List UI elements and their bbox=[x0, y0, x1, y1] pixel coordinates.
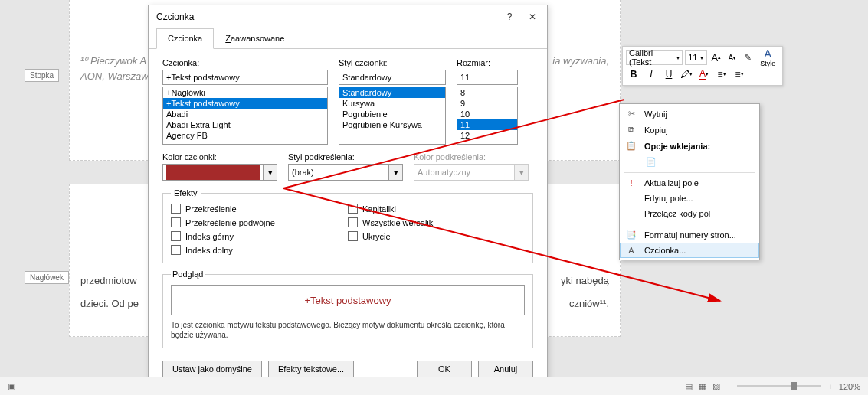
chk-przekreslenie[interactable]: Przekreślenie bbox=[171, 204, 348, 214]
font-color-icon[interactable]: A▾ bbox=[696, 67, 712, 82]
print-layout-icon[interactable]: ▦ bbox=[699, 381, 706, 391]
close-button[interactable]: ✕ bbox=[521, 8, 544, 25]
preview-note: To jest czcionka motywu tekstu podstawow… bbox=[171, 320, 525, 340]
underline-color-value: Automatyczny bbox=[414, 165, 514, 180]
list-item[interactable]: +Tekst podstawowy bbox=[163, 98, 327, 109]
ctx-formatuj[interactable]: 📑Formatuj numery stron... bbox=[620, 227, 759, 243]
list-item[interactable]: Abadi Extra Light bbox=[163, 119, 327, 130]
ctx-edytuj[interactable]: Edytuj pole... bbox=[620, 191, 759, 206]
chk-indeks-gorny[interactable]: Indeks górny bbox=[171, 231, 348, 241]
font-listbox[interactable]: +Nagłówki +Tekst podstawowy Abadi Abadi … bbox=[162, 87, 328, 145]
tag-stopka[interactable]: Stopka bbox=[25, 69, 59, 82]
chevron-down-icon: ▾ bbox=[388, 165, 402, 180]
tab-czcionka[interactable]: Czcionka bbox=[156, 28, 214, 49]
highlight-icon[interactable]: 🖍▾ bbox=[679, 67, 694, 82]
underline-color-combo: Automatyczny ▾ bbox=[414, 164, 529, 181]
tab-zaawansowane[interactable]: Zaawansowane bbox=[214, 28, 296, 48]
label-styl: Styl czcionki: bbox=[339, 58, 446, 67]
font-dialog: Czcionka ? ✕ Czcionka Zaawansowane Czcio… bbox=[148, 5, 548, 393]
cut-icon: ✂ bbox=[624, 109, 638, 119]
chk-ukrycie[interactable]: Ukrycie bbox=[348, 231, 525, 241]
ok-button[interactable]: OK bbox=[417, 361, 472, 377]
list-item[interactable]: Abadi bbox=[163, 109, 327, 119]
footnote-text: ¹⁰ Pieczywok A bbox=[80, 55, 146, 67]
paste-option-icon: 📄 bbox=[644, 157, 658, 167]
list-item[interactable]: 11 bbox=[457, 119, 517, 130]
grow-font-icon[interactable]: A▴ bbox=[709, 50, 722, 65]
chk-wszystkie-wersaliki[interactable]: Wszystkie wersaliki bbox=[348, 217, 525, 227]
ctx-przelacz[interactable]: Przełącz kody pól bbox=[620, 206, 759, 221]
underline-style-value: (brak) bbox=[289, 165, 388, 180]
chk-przekreslenie-podwojne[interactable]: Przekreślenie podwójne bbox=[171, 217, 348, 227]
text-effects-button[interactable]: Efekty tekstowe... bbox=[268, 361, 354, 377]
cancel-button[interactable]: Anuluj bbox=[478, 361, 533, 377]
effects-group: Efekty Przekreślenie Przekreślenie podwó… bbox=[162, 188, 533, 263]
zoom-out-icon[interactable]: − bbox=[726, 382, 731, 391]
ctx-aktualizuj[interactable]: !Aktualizuj pole bbox=[620, 175, 759, 191]
underline-style-combo[interactable]: (brak) ▾ bbox=[288, 164, 403, 181]
styles-icon[interactable]: AStyle bbox=[756, 50, 779, 65]
body-text-2: dzieci. Od pe bbox=[80, 298, 139, 309]
effects-legend: Efekty bbox=[171, 188, 201, 198]
list-item[interactable]: Pogrubienie Kursywa bbox=[339, 119, 445, 130]
label-kolor-podkr: Kolor podkreślenia: bbox=[414, 152, 529, 162]
context-menu: ✂Wytnij ⧉Kopiuj 📋Opcje wklejania: 📄 !Akt… bbox=[619, 103, 760, 260]
help-button[interactable]: ? bbox=[498, 8, 521, 25]
ctx-czcionka[interactable]: ACzcionka... bbox=[620, 243, 759, 258]
format-icon: 📑 bbox=[624, 230, 638, 240]
list-item[interactable]: Kursywa bbox=[339, 98, 445, 109]
body-text-2-tail: czniów¹¹. bbox=[569, 298, 609, 309]
style-input[interactable] bbox=[339, 70, 446, 85]
bold-icon[interactable]: B bbox=[626, 67, 641, 82]
body-text-1-tail: yki nabędą bbox=[561, 275, 609, 286]
update-icon: ! bbox=[624, 178, 638, 188]
italic-icon[interactable]: I bbox=[644, 67, 659, 82]
list-item[interactable]: +Nagłówki bbox=[163, 87, 327, 98]
shrink-font-icon[interactable]: A▾ bbox=[726, 50, 739, 65]
font-name-combo[interactable]: Calibri (Tekst▾ bbox=[626, 50, 683, 65]
tag-naglowek[interactable]: Nagłówek bbox=[25, 271, 69, 284]
ctx-paste-option[interactable]: 📄 bbox=[620, 154, 759, 170]
label-kolor: Kolor czcionki: bbox=[162, 152, 277, 162]
list-item[interactable]: Standardowy bbox=[339, 87, 445, 98]
list-item[interactable]: 9 bbox=[457, 98, 517, 109]
ctx-kopiuj[interactable]: ⧉Kopiuj bbox=[620, 122, 759, 138]
read-mode-icon[interactable]: ▤ bbox=[685, 381, 693, 391]
set-default-button[interactable]: Ustaw jako domyślne bbox=[162, 361, 262, 377]
copy-icon: ⧉ bbox=[624, 125, 638, 135]
zoom-in-icon[interactable]: + bbox=[827, 382, 832, 391]
dialog-title: Czcionka bbox=[156, 11, 498, 22]
size-input[interactable] bbox=[457, 70, 518, 85]
size-listbox[interactable]: 8 9 10 11 12 bbox=[457, 87, 518, 145]
list-item[interactable]: 12 bbox=[457, 130, 517, 141]
titlebar: Czcionka ? ✕ bbox=[149, 5, 547, 28]
preview-group: Podgląd +Tekst podstawowy To jest czcion… bbox=[162, 269, 533, 348]
font-icon: A bbox=[624, 246, 638, 255]
list-item[interactable]: Pogrubienie bbox=[339, 109, 445, 119]
numbering-icon[interactable]: ≡▾ bbox=[732, 67, 747, 82]
preview-text: +Tekst podstawowy bbox=[304, 295, 391, 306]
list-item[interactable]: 10 bbox=[457, 109, 517, 119]
format-painter-icon[interactable]: ✎ bbox=[741, 50, 754, 65]
footnote-tail: ia wyzwania, bbox=[552, 55, 609, 67]
preview-box: +Tekst podstawowy bbox=[171, 285, 525, 315]
web-layout-icon[interactable]: ▨ bbox=[712, 381, 720, 391]
ctx-wytnij[interactable]: ✂Wytnij bbox=[620, 106, 759, 122]
chevron-down-icon: ▾ bbox=[514, 165, 528, 180]
zoom-slider[interactable] bbox=[737, 385, 821, 387]
style-listbox[interactable]: Standardowy Kursywa Pogrubienie Pogrubie… bbox=[339, 87, 446, 145]
bullets-icon[interactable]: ≡▾ bbox=[714, 67, 729, 82]
font-color-combo[interactable]: ▾ bbox=[162, 164, 277, 181]
chk-indeks-dolny[interactable]: Indeks dolny bbox=[171, 245, 348, 255]
font-input[interactable] bbox=[162, 70, 328, 85]
chk-kapitaliki[interactable]: Kapitaliki bbox=[348, 204, 525, 214]
font-size-combo[interactable]: 11▾ bbox=[685, 50, 707, 65]
zoom-level[interactable]: 120% bbox=[839, 382, 860, 391]
macro-icon[interactable]: ▣ bbox=[8, 381, 15, 391]
tabs: Czcionka Zaawansowane bbox=[149, 28, 547, 49]
list-item[interactable]: Agency FB bbox=[163, 130, 327, 141]
list-item[interactable]: 8 bbox=[457, 87, 517, 98]
underline-icon[interactable]: U bbox=[661, 67, 676, 82]
label-czcionka: Czcionka: bbox=[162, 58, 328, 67]
ctx-opcje-wklejania: 📋Opcje wklejania: bbox=[620, 138, 759, 154]
